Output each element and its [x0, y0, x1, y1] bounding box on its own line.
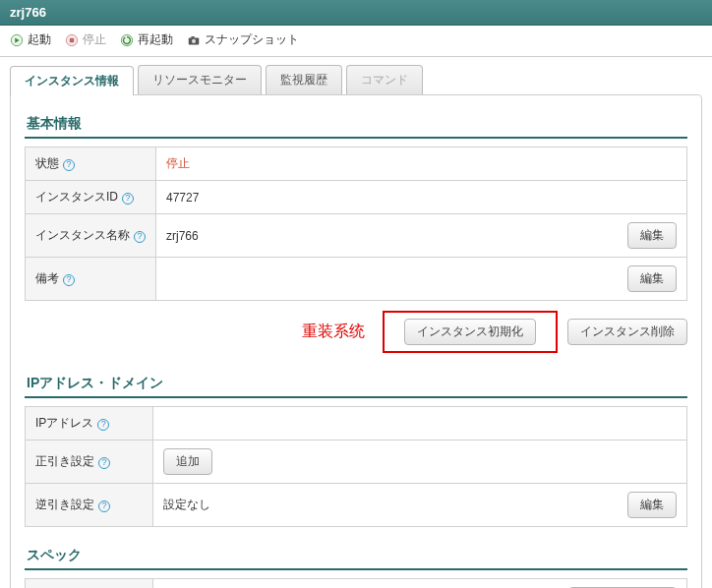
help-icon[interactable]: ?	[63, 274, 75, 286]
help-icon[interactable]: ?	[98, 500, 110, 512]
basic-info-table: 状態? 停止 インスタンスID? 47727 インスタンス名称? zrj766 …	[25, 147, 687, 301]
window-titlebar: zrj766	[0, 0, 712, 26]
label-instance-type: インスタンスタイプ	[26, 579, 153, 589]
snapshot-label: スナップショット	[205, 31, 299, 48]
tab-instance-info[interactable]: インスタンス情報	[10, 66, 134, 95]
tab-monitoring-history[interactable]: 監視履歴	[266, 65, 342, 94]
label-status: 状態?	[26, 147, 156, 181]
add-forward-button[interactable]: 追加	[163, 448, 212, 475]
tab-bar: インスタンス情報 リソースモニター 監視履歴 コマンド	[0, 57, 712, 94]
content-panel: 基本情報 状態? 停止 インスタンスID? 47727 インスタンス名称? zr…	[10, 94, 702, 588]
table-row: インスタンスID? 47727	[26, 181, 687, 214]
restart-button[interactable]: 再起動	[120, 31, 173, 48]
label-instance-id: インスタンスID?	[26, 181, 156, 214]
spec-table: インスタンスタイプ タイプA-SSD スケールアップ CPU? 仮想3コア メモ…	[25, 578, 687, 588]
table-row: 備考? 編集	[26, 258, 687, 301]
edit-name-button[interactable]: 編集	[627, 222, 677, 249]
section-title-basic: 基本情報	[25, 109, 687, 139]
stop-label: 停止	[83, 31, 106, 48]
start-icon	[10, 33, 24, 47]
table-row: インスタンス名称? zrj766 編集	[26, 214, 687, 258]
instance-init-button[interactable]: インスタンス初期化	[404, 319, 536, 345]
value-status: 停止	[166, 156, 190, 170]
camera-icon	[187, 33, 201, 47]
instance-delete-button[interactable]: インスタンス削除	[567, 319, 687, 345]
label-forward: 正引き設定?	[26, 441, 153, 484]
help-icon[interactable]: ?	[122, 193, 134, 205]
section-title-ip: IPアドレス・ドメイン	[25, 369, 687, 398]
ip-table: IPアドレス? 正引き設定? 追加 逆引き設定? 設定なし 編集	[25, 406, 687, 527]
start-label: 起動	[28, 31, 51, 48]
edit-note-button[interactable]: 編集	[627, 265, 677, 292]
restart-icon	[120, 33, 134, 47]
tab-command: コマンド	[346, 65, 423, 94]
value-instance-name: zrj766	[166, 229, 199, 243]
toolbar: 起動 停止 再起動 スナップショット	[0, 26, 712, 57]
start-button[interactable]: 起動	[10, 31, 51, 48]
table-row: 逆引き設定? 設定なし 編集	[26, 484, 687, 527]
annotation-highlight-box: インスタンス初期化	[383, 311, 558, 353]
stop-icon	[65, 33, 79, 47]
label-ip-address: IPアドレス?	[26, 407, 153, 441]
help-icon[interactable]: ?	[98, 457, 110, 469]
window-title: zrj766	[10, 5, 46, 20]
help-icon[interactable]: ?	[63, 159, 75, 171]
annotation-reinstall: 重装系统	[302, 322, 365, 342]
table-row: 正引き設定? 追加	[26, 441, 687, 484]
tab-resource-monitor[interactable]: リソースモニター	[138, 65, 262, 94]
value-instance-id: 47727	[166, 191, 199, 205]
label-note: 備考?	[26, 258, 156, 301]
help-icon[interactable]: ?	[134, 231, 146, 243]
snapshot-button[interactable]: スナップショット	[187, 31, 299, 48]
table-row: 状態? 停止	[26, 147, 687, 181]
svg-rect-2	[70, 37, 74, 41]
section-title-spec: スペック	[25, 541, 687, 570]
svg-point-5	[192, 38, 196, 42]
help-icon[interactable]: ?	[97, 419, 109, 431]
label-reverse: 逆引き設定?	[26, 484, 153, 527]
stop-button: 停止	[65, 31, 106, 48]
label-instance-name: インスタンス名称?	[26, 214, 156, 258]
table-row: インスタンスタイプ タイプA-SSD スケールアップ	[26, 579, 687, 589]
restart-label: 再起動	[138, 31, 173, 48]
table-row: IPアドレス?	[26, 407, 687, 441]
svg-rect-6	[191, 36, 195, 38]
instance-action-row: 重装系统 インスタンス初期化 インスタンス削除	[25, 311, 687, 353]
value-reverse: 設定なし	[163, 497, 210, 513]
edit-reverse-button[interactable]: 編集	[627, 492, 677, 518]
